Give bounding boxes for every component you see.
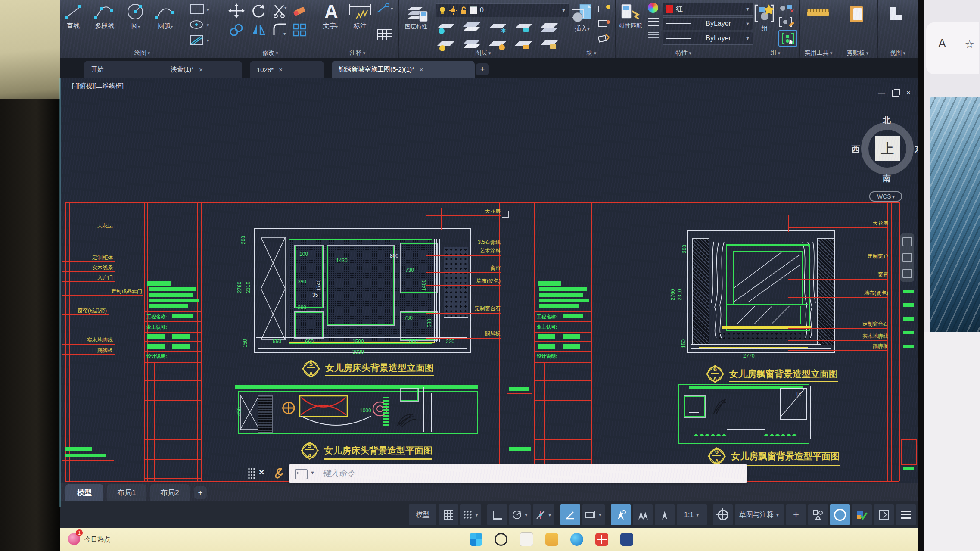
isodraft-caret-icon[interactable]: ▼ [548,513,552,517]
circle-tool-button[interactable]: 圆 [126,3,146,30]
app-grid-red-icon[interactable] [595,533,608,546]
viewcube-west[interactable]: 西 [852,144,860,155]
dynamic-input-button[interactable]: ▼ [582,504,605,525]
view-button[interactable] [890,7,902,20]
dynamic-input-caret-icon[interactable]: ▼ [598,513,602,517]
draw-panel-footer[interactable]: 绘图 [60,49,224,57]
viewcube-north[interactable]: 北 [883,115,891,126]
search-icon[interactable] [495,533,507,546]
workspace-gear-button[interactable] [713,504,733,525]
app-blue-icon[interactable] [620,533,633,546]
isolate-objects-button[interactable] [808,504,828,525]
layers-panel-footer[interactable]: 图层 [398,49,568,57]
fillet-tool-button[interactable]: ▾ [272,22,288,37]
viewcube-east[interactable]: 东 [915,144,918,155]
layer-dropdown[interactable]: 0 ▼ [436,3,569,17]
navigation-bar[interactable] [900,233,914,282]
annotate-panel-footer[interactable]: 注释 [317,49,398,57]
arc-tool-button[interactable]: 圆弧 [154,3,177,30]
rectangle-tool-button[interactable]: ▾ [186,2,212,16]
zoom-icon[interactable] [902,253,912,262]
document-app-icon[interactable] [520,532,533,546]
file-tab-doc3[interactable]: 锦绣新城室施工图(5-2)(1)*× [332,61,475,78]
block-edit-button[interactable] [597,3,612,15]
object-snap-tracking-button[interactable] [560,504,580,525]
viewcube[interactable]: 北 南 西 东 上 [855,116,918,181]
command-bar-close-icon[interactable]: × [259,467,264,477]
dimension-tool-button[interactable]: 标注 [348,2,373,30]
rotate-tool-button[interactable] [251,3,266,18]
new-tab-button[interactable]: + [476,63,489,75]
drawing-canvas[interactable]: [-][俯视][二维线框] — × 北 南 西 东 上 WCS [60,78,918,501]
viewcube-top-face[interactable]: 上 [875,136,900,161]
linetype-dropdown-caret[interactable]: ▼ [745,21,750,26]
leader-tool-button[interactable]: ▾ [376,3,395,15]
file-tab-doc1[interactable]: 泱薈(1)*× [164,61,242,78]
group-panel-footer[interactable]: 组 [752,49,799,57]
polyline-tool-button[interactable]: 多段线 [93,3,116,30]
layer-dropdown-caret[interactable]: ▼ [561,8,566,13]
polar-tracking-button[interactable]: ▼ [509,504,531,525]
close-tab-icon[interactable]: × [279,66,283,73]
orbit-icon[interactable] [902,269,912,278]
annotation-visibility-button[interactable] [655,504,675,525]
file-tab-doc2[interactable]: 1028*× [250,61,324,78]
view-panel-footer[interactable]: 视图 [877,49,918,57]
command-line-bar[interactable]: × ▼ 键入命令 [248,464,747,483]
properties-panel-footer[interactable]: 特性 [615,49,752,57]
object-snap-button[interactable] [611,504,631,525]
clean-screen-button[interactable] [874,504,894,525]
measure-button[interactable] [807,9,829,16]
ortho-mode-button[interactable] [487,504,507,525]
mirror-tool-button[interactable] [251,22,266,37]
hardware-accel-button[interactable] [852,504,872,525]
graphics-performance-button[interactable] [830,504,850,525]
ungroup-button[interactable]: ✕ [778,3,795,14]
osnap-3d-button[interactable] [633,504,653,525]
annotation-scale-button[interactable]: 1:1▼ [677,504,707,525]
snap-mode-button[interactable]: ▼ [460,504,481,525]
lineweight-dropdown-caret[interactable]: ▼ [745,36,750,41]
command-input-field[interactable]: ▼ 键入命令 [289,464,747,483]
utilities-panel-footer[interactable]: 实用工具 [799,49,838,57]
table-tool-button[interactable] [376,28,393,41]
ellipse-tool-button[interactable]: ▾ [186,17,212,32]
model-space-button[interactable]: 模型 [409,504,436,525]
isodraft-button[interactable]: ▼ [533,504,554,525]
group-select-toggle[interactable] [778,30,797,47]
group-button[interactable]: 组 [753,3,776,33]
group-edit-button[interactable] [778,16,795,28]
layer-properties-button[interactable]: 图层特性 [401,3,431,31]
copy-tool-button[interactable] [228,22,245,37]
linetype-dropdown[interactable]: ByLayer ▼ [663,17,753,30]
erase-tool-button[interactable] [292,3,308,18]
viewcube-south[interactable]: 南 [883,173,891,184]
clipboard-panel-footer[interactable]: 剪贴板 [838,49,877,57]
hatch-tool-button[interactable]: ▾ [186,33,212,47]
grid-display-button[interactable] [439,504,458,525]
lineweight-dropdown[interactable]: ByLayer ▼ [663,32,753,45]
wcs-menu[interactable]: WCS [869,191,902,202]
line-tool-button[interactable]: 直线 [64,3,83,30]
layout-tab-layout1[interactable]: 布局1 [107,484,146,501]
workspace-caret-icon[interactable]: ▼ [775,513,780,517]
windows-start-icon[interactable] [470,533,482,546]
restore-icon[interactable] [892,90,899,97]
file-explorer-icon[interactable] [545,533,558,546]
block-define-button[interactable] [597,33,612,44]
paste-button[interactable] [850,6,863,22]
close-tab-icon[interactable]: × [199,66,203,73]
scale-caret-icon[interactable]: ▼ [695,513,700,517]
array-tool-button[interactable] [292,22,308,37]
color-dropdown[interactable]: 红 ▼ [663,3,753,16]
workspace-switcher[interactable]: 草图与注释▼ [735,504,784,525]
modify-panel-footer[interactable]: 修改 [224,49,317,57]
trim-tool-button[interactable]: ▾ [272,3,288,18]
customization-menu-button[interactable] [896,504,916,525]
close-tab-icon[interactable]: × [420,66,423,73]
layout-tab-model[interactable]: 模型 [65,484,103,501]
favorite-star-icon[interactable]: ☆ [965,38,974,50]
block-panel-footer[interactable]: 块 [568,49,615,57]
read-aloud-icon[interactable]: A [938,37,946,50]
move-tool-button[interactable] [228,3,245,18]
